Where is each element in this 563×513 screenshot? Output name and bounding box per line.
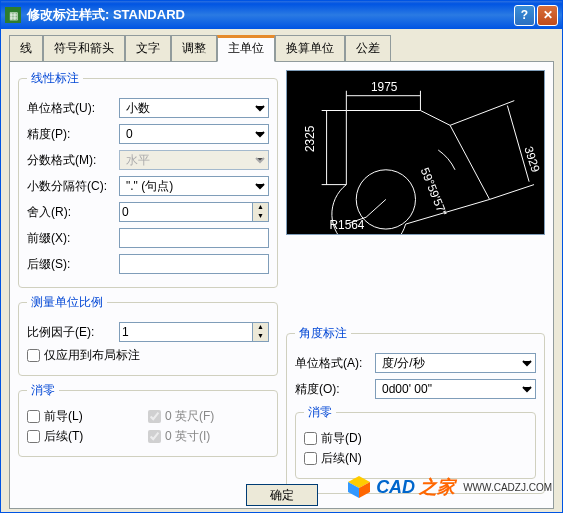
scale-spinner[interactable]: ▲▼ bbox=[253, 322, 269, 342]
logo-text-2: 之家 bbox=[419, 475, 455, 499]
suppress-legend: 消零 bbox=[27, 382, 59, 399]
preview-panel: 1975 2325 3929 R1564 59°59'57" bbox=[286, 70, 545, 235]
tab-symbols[interactable]: 符号和箭头 bbox=[43, 35, 125, 61]
dim-4: R1564 bbox=[330, 218, 365, 232]
titlebar: ▦ 修改标注样式: STANDARD ? ✕ bbox=[1, 1, 562, 29]
unit-format-label: 单位格式(U): bbox=[27, 100, 119, 117]
svg-line-8 bbox=[490, 185, 534, 200]
logo-text-1: CAD bbox=[376, 477, 415, 498]
logo-url: WWW.CADZJ.COM bbox=[463, 482, 552, 493]
footer: 确定 CAD之家 WWW.CADZJ.COM bbox=[1, 484, 562, 506]
fraction-format-select: 水平 bbox=[119, 150, 269, 170]
leading-checkbox[interactable] bbox=[27, 410, 40, 423]
dim-1: 1975 bbox=[371, 80, 398, 94]
unit-format-select[interactable]: 小数 bbox=[119, 98, 269, 118]
close-button[interactable]: ✕ bbox=[537, 5, 558, 26]
tab-alt-units[interactable]: 换算单位 bbox=[275, 35, 345, 61]
content-area: 线 符号和箭头 文字 调整 主单位 换算单位 公差 线性标注 单位格式(U): … bbox=[1, 29, 562, 509]
trailing-checkbox[interactable] bbox=[27, 430, 40, 443]
suppress-group: 消零 前导(L) 后续(T) 0 英尺(F) 0 英寸(I) bbox=[18, 382, 278, 457]
feet-checkbox bbox=[148, 410, 161, 423]
dim-3: 3929 bbox=[521, 145, 543, 175]
tab-body: 线性标注 单位格式(U): 小数 精度(P): 0 分数格式(M): 水平 小 bbox=[9, 62, 554, 509]
suffix-input[interactable] bbox=[119, 254, 269, 274]
decimal-sep-select[interactable]: "." (句点) bbox=[119, 176, 269, 196]
tab-fit[interactable]: 调整 bbox=[171, 35, 217, 61]
precision-select[interactable]: 0 bbox=[119, 124, 269, 144]
ang-trailing-label: 后续(N) bbox=[321, 450, 362, 467]
inches-checkbox bbox=[148, 430, 161, 443]
spin-up-icon[interactable]: ▲ bbox=[253, 323, 268, 332]
tab-tolerance[interactable]: 公差 bbox=[345, 35, 391, 61]
ang-leading-label: 前导(D) bbox=[321, 430, 362, 447]
feet-label: 0 英尺(F) bbox=[165, 408, 214, 425]
tab-text[interactable]: 文字 bbox=[125, 35, 171, 61]
inches-label: 0 英寸(I) bbox=[165, 428, 210, 445]
layout-only-label: 仅应用到布局标注 bbox=[44, 347, 140, 364]
ang-unit-format-label: 单位格式(A): bbox=[295, 355, 375, 372]
angular-group: 角度标注 单位格式(A): 度/分/秒 精度(O): 0d00' 00" 消零 … bbox=[286, 325, 545, 494]
decimal-sep-label: 小数分隔符(C): bbox=[27, 178, 119, 195]
left-column: 线性标注 单位格式(U): 小数 精度(P): 0 分数格式(M): 水平 小 bbox=[18, 70, 278, 500]
round-spinner[interactable]: ▲▼ bbox=[253, 202, 269, 222]
linear-legend: 线性标注 bbox=[27, 70, 83, 87]
layout-only-checkbox[interactable] bbox=[27, 349, 40, 362]
suffix-label: 后缀(S): bbox=[27, 256, 119, 273]
tab-line[interactable]: 线 bbox=[9, 35, 43, 61]
ang-suppress-group: 消零 前导(D) 后续(N) bbox=[295, 404, 536, 479]
spin-up-icon[interactable]: ▲ bbox=[253, 203, 268, 212]
dim-2: 2325 bbox=[303, 125, 317, 152]
precision-label: 精度(P): bbox=[27, 126, 119, 143]
watermark-logo: CAD之家 WWW.CADZJ.COM bbox=[346, 474, 552, 500]
scale-factor-label: 比例因子(E): bbox=[27, 324, 119, 341]
dim-5: 59°59'57" bbox=[418, 166, 450, 218]
dialog-window: ▦ 修改标注样式: STANDARD ? ✕ 线 符号和箭头 文字 调整 主单位… bbox=[0, 0, 563, 513]
prefix-input[interactable] bbox=[119, 228, 269, 248]
fraction-format-label: 分数格式(M): bbox=[27, 152, 119, 169]
scale-factor-input[interactable] bbox=[119, 322, 253, 342]
help-button[interactable]: ? bbox=[514, 5, 535, 26]
svg-line-7 bbox=[450, 101, 514, 126]
round-input[interactable] bbox=[119, 202, 253, 222]
scale-legend: 测量单位比例 bbox=[27, 294, 107, 311]
ok-button[interactable]: 确定 bbox=[246, 484, 318, 506]
right-column: 1975 2325 3929 R1564 59°59'57" 角度标注 单位格式… bbox=[286, 70, 545, 500]
ang-precision-select[interactable]: 0d00' 00" bbox=[375, 379, 536, 399]
preview-drawing: 1975 2325 3929 R1564 59°59'57" bbox=[287, 71, 544, 234]
app-icon: ▦ bbox=[5, 7, 21, 23]
cube-icon bbox=[346, 474, 372, 500]
window-title: 修改标注样式: STANDARD bbox=[27, 6, 514, 24]
round-label: 舍入(R): bbox=[27, 204, 119, 221]
titlebar-buttons: ? ✕ bbox=[514, 5, 558, 26]
spin-down-icon[interactable]: ▼ bbox=[253, 332, 268, 341]
spin-down-icon[interactable]: ▼ bbox=[253, 212, 268, 221]
ang-precision-label: 精度(O): bbox=[295, 381, 375, 398]
leading-label: 前导(L) bbox=[44, 408, 83, 425]
svg-point-0 bbox=[356, 170, 415, 229]
tab-primary-units[interactable]: 主单位 bbox=[217, 35, 275, 62]
trailing-label: 后续(T) bbox=[44, 428, 83, 445]
linear-group: 线性标注 单位格式(U): 小数 精度(P): 0 分数格式(M): 水平 小 bbox=[18, 70, 278, 288]
ang-suppress-legend: 消零 bbox=[304, 404, 336, 421]
prefix-label: 前缀(X): bbox=[27, 230, 119, 247]
ang-unit-format-select[interactable]: 度/分/秒 bbox=[375, 353, 536, 373]
tab-strip: 线 符号和箭头 文字 调整 主单位 换算单位 公差 bbox=[9, 35, 554, 62]
ang-leading-checkbox[interactable] bbox=[304, 432, 317, 445]
svg-line-10 bbox=[366, 199, 386, 217]
ang-trailing-checkbox[interactable] bbox=[304, 452, 317, 465]
angular-legend: 角度标注 bbox=[295, 325, 351, 342]
svg-line-9 bbox=[507, 106, 529, 182]
scale-group: 测量单位比例 比例因子(E): ▲▼ 仅应用到布局标注 bbox=[18, 294, 278, 376]
